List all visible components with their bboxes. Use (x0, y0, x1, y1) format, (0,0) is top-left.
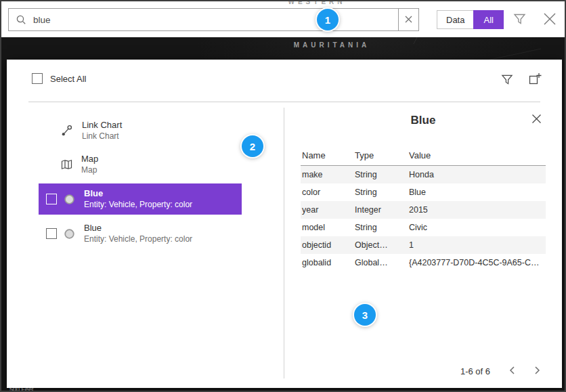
data-scope-button[interactable]: Data (437, 10, 473, 29)
search-toolbar: Data All (1, 1, 565, 37)
close-icon (531, 114, 542, 126)
search-box (8, 8, 419, 31)
dialog-header-icons (501, 72, 542, 88)
column-header: Type (355, 150, 409, 160)
map-label-western-sahara: WESTERN (69, 0, 565, 5)
result-item-link-chart[interactable]: Link Chart Link Chart (39, 116, 242, 146)
cell-value: Honda (409, 170, 546, 179)
result-item-map[interactable]: Map Map (39, 150, 242, 179)
table-row: make String Honda (301, 166, 546, 183)
cell-name: objectid (301, 240, 355, 250)
properties-table: Name Type Value make String Honda color … (301, 145, 546, 271)
result-text: Blue Entity: Vehicle, Property: color (84, 223, 192, 244)
result-checkbox[interactable] (46, 228, 57, 239)
cell-type: Global… (355, 258, 409, 267)
cell-type: String (355, 188, 409, 197)
result-text: Map Map (81, 154, 98, 175)
chevron-right-icon (534, 366, 540, 377)
table-header-row: Name Type Value (301, 145, 546, 166)
search-filter-button[interactable] (513, 13, 526, 27)
link-chart-icon (61, 125, 73, 137)
cell-type: Object… (355, 240, 409, 250)
cell-value: Blue (409, 188, 546, 197)
result-checkbox[interactable] (46, 194, 57, 204)
column-header: Value (409, 150, 546, 160)
cell-value: {A4203777-D70D-4C5C-9A65-C… (409, 258, 546, 267)
filter-icon (501, 74, 513, 87)
clear-search-button[interactable] (398, 9, 418, 30)
app-window: MAURITANIA 500 Feet WESTERN Data All (0, 0, 566, 392)
result-text: Link Chart Link Chart (82, 120, 122, 141)
cell-name: color (301, 188, 355, 197)
pagination: 1-6 of 6 (460, 366, 540, 377)
entity-circle-icon (64, 228, 75, 240)
table-body: make String Honda color String Blue year… (301, 166, 546, 271)
result-subtitle: Entity: Vehicle, Property: color (84, 200, 192, 210)
prev-page-button[interactable] (509, 366, 515, 377)
search-icon (9, 14, 32, 25)
entity-circle-icon (64, 194, 75, 205)
cell-value: 1 (409, 240, 546, 250)
cell-name: make (301, 170, 355, 179)
annotation-badge-3: 3 (354, 304, 376, 326)
result-subtitle: Entity: Vehicle, Property: color (84, 234, 192, 244)
detail-close-button[interactable] (531, 114, 542, 126)
result-title: Map (81, 154, 98, 165)
result-subtitle: Link Chart (82, 131, 122, 141)
table-row: color String Blue (301, 183, 546, 201)
result-text: Blue Entity: Vehicle, Property: color (84, 188, 192, 210)
result-title: Link Chart (82, 120, 122, 131)
annotation-badge-2: 2 (242, 135, 263, 157)
chevron-left-icon (509, 366, 515, 377)
detail-panel: Blue Name Type Value m (284, 102, 562, 388)
table-row: objectid Object… 1 (301, 236, 546, 254)
column-header: Name (301, 150, 355, 160)
cell-name: model (301, 223, 355, 232)
next-page-button[interactable] (534, 366, 540, 377)
select-all-row: Select All (32, 73, 86, 84)
close-icon (542, 12, 557, 28)
detail-title: Blue (284, 114, 562, 127)
result-item-blue[interactable]: Blue Entity: Vehicle, Property: color (39, 219, 242, 248)
map-icon (61, 159, 72, 170)
result-title: Blue (84, 223, 192, 234)
table-row: model String Civic (301, 219, 546, 236)
filter-icon (513, 13, 526, 27)
cell-name: globalid (301, 258, 355, 267)
cell-name: year (301, 205, 355, 215)
detail-header: Blue (284, 102, 562, 127)
select-all-label: Select All (50, 74, 86, 84)
annotation-badge-1: 1 (317, 9, 339, 30)
add-button[interactable] (528, 72, 542, 88)
cell-type: Integer (355, 205, 409, 215)
select-all-checkbox[interactable] (32, 73, 43, 84)
close-search-button[interactable] (542, 12, 557, 28)
dialog-header: Select All (7, 60, 562, 102)
result-subtitle: Map (81, 165, 98, 175)
results-filter-button[interactable] (501, 74, 513, 87)
clear-icon (405, 15, 412, 25)
result-item-blue-selected[interactable]: Blue Entity: Vehicle, Property: color (39, 183, 242, 215)
cell-value: Civic (409, 223, 546, 232)
search-input[interactable] (32, 8, 398, 31)
all-scope-button[interactable]: All (473, 10, 503, 29)
table-row: globalid Global… {A4203777-D70D-4C5C-9A6… (301, 254, 546, 271)
pagination-label: 1-6 of 6 (460, 366, 490, 376)
cell-value: 2015 (409, 205, 546, 215)
search-scope-toggle: Data All (437, 10, 504, 29)
cell-type: String (355, 170, 409, 179)
table-row: year Integer 2015 (301, 201, 546, 219)
cell-type: String (355, 223, 409, 232)
result-title: Blue (84, 188, 192, 199)
dialog-body: Link Chart Link Chart Map Map (7, 102, 562, 388)
search-results-dialog: Select All (7, 60, 562, 388)
add-plus-icon (528, 72, 542, 88)
map-label-mauritania: MAURITANIA (99, 41, 565, 49)
